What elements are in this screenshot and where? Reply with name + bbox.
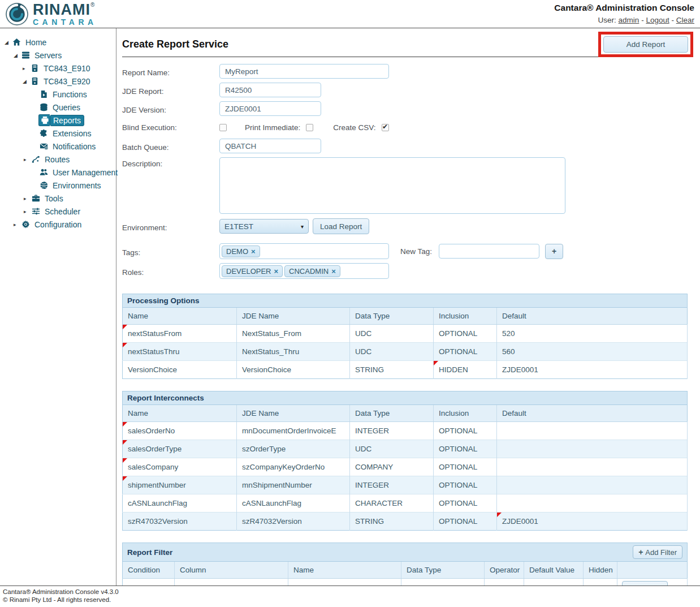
tree-label[interactable]: Home bbox=[24, 37, 48, 48]
table-cell[interactable]: ZJDE0001 bbox=[497, 513, 688, 531]
table-row[interactable]: salesOrderNo mnDocumentOrderInvoiceE INT… bbox=[123, 422, 688, 440]
table-row[interactable]: WHERE DRQJ - DateRequestedJulian DateReq… bbox=[123, 579, 688, 586]
table-cell[interactable]: ZJDE0001 bbox=[497, 361, 688, 379]
print-immediate-checkbox[interactable] bbox=[306, 124, 313, 131]
expand-arrow-icon[interactable]: ◢ bbox=[14, 53, 21, 58]
jde-version-input[interactable] bbox=[219, 101, 321, 116]
remove-role-icon[interactable]: × bbox=[331, 267, 336, 275]
report-name-input[interactable] bbox=[219, 64, 389, 79]
tree-item-home[interactable]: ◢ Home bbox=[0, 36, 116, 49]
tree-label[interactable]: Environments bbox=[51, 180, 103, 191]
add-report-button[interactable]: Add Report bbox=[603, 36, 688, 53]
tree-item-tc843-e920[interactable]: ◢ TC843_E920 bbox=[0, 75, 116, 88]
table-cell[interactable]: STRING bbox=[350, 361, 434, 379]
tree-item-scheduler[interactable]: ▸ Scheduler bbox=[0, 205, 116, 218]
tree-item-configuration[interactable]: ▸ Configuration bbox=[0, 218, 116, 231]
tree-item-servers[interactable]: ◢ Servers bbox=[0, 49, 116, 62]
table-cell[interactable]: OPTIONAL bbox=[434, 494, 497, 513]
table-cell[interactable] bbox=[497, 440, 688, 458]
tree-label[interactable]: Functions bbox=[51, 89, 89, 100]
jde-report-input[interactable] bbox=[219, 83, 321, 97]
tree-label[interactable]: Notifications bbox=[51, 141, 97, 152]
user-link[interactable]: admin bbox=[619, 16, 639, 24]
expand-arrow-icon[interactable]: ▸ bbox=[14, 222, 21, 227]
tree-label[interactable]: Extensions bbox=[51, 128, 93, 139]
tree-label[interactable]: Servers bbox=[33, 50, 63, 61]
table-cell[interactable]: salesCompany bbox=[123, 458, 237, 476]
table-cell[interactable]: cASNLaunchFlag bbox=[123, 494, 237, 513]
logout-link[interactable]: Logout bbox=[646, 16, 669, 24]
tree-label[interactable]: Scheduler bbox=[43, 206, 82, 217]
tags-container[interactable]: DEMO × bbox=[219, 243, 389, 259]
tree-label[interactable]: Tools bbox=[43, 193, 65, 204]
tree-item-user-management[interactable]: User Management bbox=[0, 166, 116, 179]
table-cell[interactable] bbox=[497, 422, 688, 440]
table-cell[interactable]: shipmentNumber bbox=[123, 476, 237, 494]
table-cell[interactable]: DRQJ - DateRequestedJulian bbox=[175, 579, 288, 586]
table-cell[interactable]: salesOrderType bbox=[123, 440, 237, 458]
remove-filter-button[interactable]: × Remove bbox=[622, 581, 668, 586]
table-cell[interactable]: DateRequestedJulian bbox=[288, 579, 401, 586]
table-row[interactable]: cASNLaunchFlag cASNLaunchFlag CHARACTER … bbox=[123, 494, 688, 513]
table-cell[interactable]: DATE bbox=[401, 579, 485, 586]
expand-arrow-icon[interactable]: ◢ bbox=[5, 40, 12, 45]
tree-label[interactable]: Queries bbox=[51, 102, 82, 113]
environment-select[interactable]: E1TEST ▾ bbox=[219, 219, 309, 234]
expand-arrow-icon[interactable]: ◢ bbox=[23, 79, 31, 84]
table-row[interactable]: szR47032Version szR47032Version STRING O… bbox=[123, 513, 688, 531]
table-cell[interactable]: UDC bbox=[350, 325, 434, 343]
table-cell[interactable]: OPTIONAL bbox=[434, 325, 497, 343]
roles-container[interactable]: DEVELOPER × CNCADMIN × bbox=[219, 263, 389, 279]
tree-label[interactable]: Routes bbox=[43, 154, 71, 165]
new-tag-input[interactable] bbox=[439, 244, 539, 259]
tree-label[interactable]: User Management bbox=[51, 167, 119, 178]
expand-arrow-icon[interactable]: ▸ bbox=[24, 157, 32, 162]
tree-item-reports[interactable]: Reports bbox=[0, 114, 116, 127]
table-cell[interactable]: OPTIONAL bbox=[434, 458, 497, 476]
table-cell[interactable]: 0 bbox=[524, 579, 584, 586]
tree-item-notifications[interactable]: Notifications bbox=[0, 140, 116, 153]
table-cell[interactable]: VersionChoice bbox=[123, 361, 237, 379]
table-row[interactable]: salesCompany szCompanyKeyOrderNo COMPANY… bbox=[123, 458, 688, 476]
table-cell[interactable]: INTEGER bbox=[350, 476, 434, 494]
table-cell[interactable]: HIDDEN bbox=[434, 361, 497, 379]
remove-role-icon[interactable]: × bbox=[274, 267, 278, 275]
table-cell[interactable]: OPTIONAL bbox=[434, 513, 497, 531]
table-cell[interactable]: UDC bbox=[350, 343, 434, 361]
table-cell[interactable]: salesOrderNo bbox=[123, 422, 237, 440]
table-row[interactable]: VersionChoice VersionChoice STRING HIDDE… bbox=[123, 361, 688, 379]
table-cell[interactable]: NextStatus_Thru bbox=[237, 343, 350, 361]
expand-arrow-icon[interactable]: ▸ bbox=[24, 209, 32, 214]
table-cell[interactable]: NextStatus_From bbox=[237, 325, 350, 343]
table-cell[interactable]: cASNLaunchFlag bbox=[237, 494, 350, 513]
table-row[interactable]: nextStatusThru NextStatus_Thru UDC OPTIO… bbox=[123, 343, 688, 361]
expand-arrow-icon[interactable]: ▸ bbox=[23, 66, 31, 71]
remove-tag-icon[interactable]: × bbox=[251, 247, 256, 256]
table-cell[interactable]: UDC bbox=[350, 440, 434, 458]
table-cell[interactable]: INTEGER bbox=[350, 422, 434, 440]
table-cell[interactable] bbox=[497, 476, 688, 494]
table-cell[interactable]: mnDocumentOrderInvoiceE bbox=[237, 422, 350, 440]
table-cell[interactable]: OPTIONAL bbox=[434, 476, 497, 494]
clear-link[interactable]: Clear bbox=[676, 16, 694, 24]
table-cell[interactable]: WHERE bbox=[123, 579, 175, 586]
table-cell[interactable]: LE bbox=[485, 579, 524, 586]
add-filter-button[interactable]: + Add Filter bbox=[633, 545, 682, 559]
table-cell[interactable]: mnShipmentNumber bbox=[237, 476, 350, 494]
role-chip-developer[interactable]: DEVELOPER × bbox=[222, 265, 283, 277]
tree-item-functions[interactable]: Functions bbox=[0, 88, 116, 101]
tree-label[interactable]: TC843_E920 bbox=[42, 76, 92, 87]
table-cell[interactable]: COMPANY bbox=[350, 458, 434, 476]
tree-label[interactable]: Reports bbox=[50, 115, 84, 126]
table-cell[interactable]: VersionChoice bbox=[237, 361, 350, 379]
add-tag-button[interactable]: + bbox=[545, 244, 563, 259]
tree-label[interactable]: TC843_E910 bbox=[42, 63, 92, 74]
load-report-button[interactable]: Load Report bbox=[313, 218, 369, 234]
table-cell[interactable]: szOrderType bbox=[237, 440, 350, 458]
table-cell[interactable]: No bbox=[584, 579, 617, 586]
tree-item-environments[interactable]: Environments bbox=[0, 179, 116, 192]
tree-item-tc843-e910[interactable]: ▸ TC843_E910 bbox=[0, 62, 116, 75]
table-row[interactable]: nextStatusFrom NextStatus_From UDC OPTIO… bbox=[123, 325, 688, 343]
table-cell[interactable]: 520 bbox=[497, 325, 688, 343]
table-cell[interactable]: szR47032Version bbox=[237, 513, 350, 531]
